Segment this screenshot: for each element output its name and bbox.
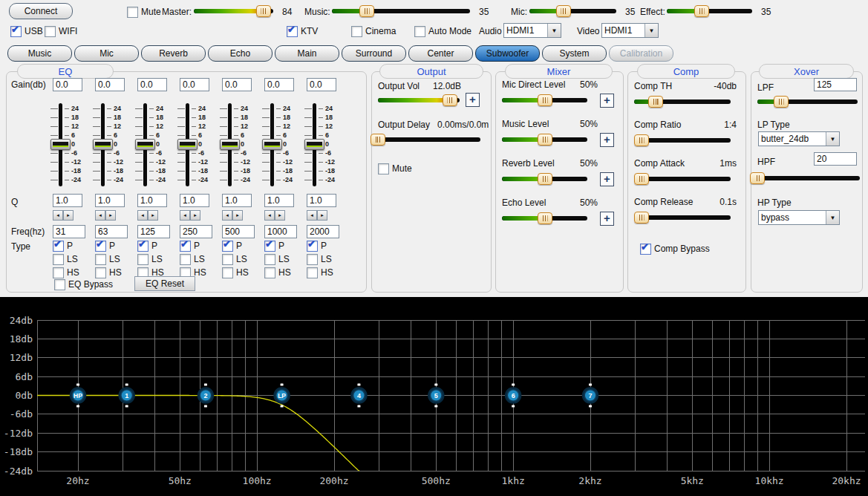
eq-q-input-7[interactable]	[307, 194, 336, 207]
tab-center[interactable]: Center	[408, 45, 473, 62]
spinner-right-button[interactable]: ▸	[275, 210, 285, 221]
hpf-slider[interactable]	[754, 176, 860, 180]
slider-handle[interactable]	[443, 94, 457, 106]
eq-q-input-1[interactable]	[53, 194, 82, 207]
slider-handle[interactable]	[774, 96, 789, 108]
hp-type-select[interactable]: bypass ▼	[758, 210, 840, 225]
eq-type-ls-checkbox-4[interactable]: ✔LS	[180, 254, 205, 264]
chevron-down-icon[interactable]: ▼	[645, 24, 658, 37]
eq-q-input-4[interactable]	[180, 194, 209, 207]
comp-slider-3[interactable]	[634, 177, 731, 181]
eq-type-ls-checkbox-5[interactable]: ✔LS	[222, 254, 247, 264]
mixer-plus-button-3[interactable]: +	[600, 172, 614, 186]
chevron-down-icon[interactable]: ▼	[826, 132, 839, 146]
eq-type-hs-checkbox-1[interactable]: ✔HS	[53, 267, 79, 278]
mixer-slider-2[interactable]	[502, 137, 587, 142]
slider-handle[interactable]	[135, 139, 155, 150]
slider-handle[interactable]	[648, 96, 663, 108]
eq-type-p-checkbox-6[interactable]: ✔P	[264, 241, 284, 251]
checkbox[interactable]: ✔	[53, 267, 64, 278]
checkbox[interactable]: ✔	[307, 267, 318, 278]
mixer-plus-button-1[interactable]: +	[600, 94, 614, 108]
tab-main[interactable]: Main	[275, 45, 339, 62]
audio-select[interactable]: HDMI1 ▼	[503, 23, 561, 38]
slider-handle[interactable]	[359, 5, 374, 17]
output-vol-plus-button[interactable]: +	[466, 93, 480, 107]
slider-handle[interactable]	[538, 94, 552, 106]
tab-system[interactable]: System	[542, 45, 607, 62]
usb-checkbox[interactable]: ✔ USB	[10, 26, 43, 36]
eq-type-ls-checkbox-3[interactable]: ✔LS	[137, 254, 163, 264]
eq-gain-input-5[interactable]	[222, 78, 252, 91]
slider-handle[interactable]	[262, 139, 282, 150]
checkbox[interactable]: ✔	[307, 241, 318, 252]
auto-mode-checkbox[interactable]: ✔ Auto Mode	[414, 26, 471, 36]
slider-handle[interactable]	[538, 212, 552, 224]
eq-gain-input-1[interactable]	[53, 78, 82, 91]
mic-slider[interactable]	[529, 9, 616, 13]
eq-type-p-checkbox-4[interactable]: ✔P	[180, 241, 200, 251]
checkbox[interactable]: ✔	[222, 241, 233, 252]
eq-band-slider-3[interactable]: 24181260-6-12-18-24	[131, 102, 173, 189]
spinner-left-button[interactable]: ◂	[307, 210, 317, 221]
eq-type-p-checkbox-3[interactable]: ✔P	[137, 241, 157, 251]
eq-band-slider-6[interactable]: 24181260-6-12-18-24	[258, 102, 300, 189]
checkbox[interactable]: ✔	[264, 267, 275, 278]
eq-type-p-checkbox-2[interactable]: ✔P	[95, 241, 115, 251]
eq-type-p-checkbox-1[interactable]: ✔P	[53, 241, 73, 251]
slider-handle[interactable]	[50, 139, 71, 150]
checkbox[interactable]: ✔	[180, 241, 191, 252]
checkbox[interactable]: ✔	[95, 241, 106, 252]
eq-type-p-checkbox-7[interactable]: ✔P	[307, 241, 327, 251]
spinner-left-button[interactable]: ◂	[222, 210, 232, 221]
checkbox[interactable]: ✔	[95, 254, 106, 265]
eq-freq-input-1[interactable]	[53, 225, 85, 238]
checkbox[interactable]: ✔	[53, 254, 64, 265]
spinner-left-button[interactable]: ◂	[95, 210, 105, 221]
mixer-plus-button-4[interactable]: +	[600, 212, 614, 226]
eq-gain-input-2[interactable]	[95, 78, 125, 91]
spinner-right-button[interactable]: ▸	[63, 210, 74, 221]
eq-band-slider-2[interactable]: 24181260-6-12-18-24	[89, 102, 131, 189]
eq-freq-input-5[interactable]	[222, 225, 255, 238]
slider-handle[interactable]	[93, 139, 113, 150]
lpf-slider[interactable]	[757, 99, 858, 104]
spinner-left-button[interactable]: ◂	[137, 210, 148, 221]
output-delay-slider[interactable]	[375, 137, 480, 142]
comp-slider-2[interactable]	[634, 138, 731, 143]
checkbox[interactable]: ✔	[307, 254, 318, 265]
eq-freq-input-7[interactable]	[307, 225, 339, 238]
chevron-down-icon[interactable]: ▼	[547, 24, 561, 37]
tab-music[interactable]: Music	[7, 45, 72, 62]
eq-freq-input-4[interactable]	[180, 225, 212, 238]
eq-type-ls-checkbox-2[interactable]: ✔LS	[95, 254, 120, 264]
eq-q-input-6[interactable]	[264, 194, 294, 207]
slider-handle[interactable]	[256, 5, 271, 17]
lpf-input[interactable]	[814, 78, 857, 91]
comp-slider-1[interactable]	[634, 99, 731, 104]
mixer-slider-1[interactable]	[502, 98, 587, 102]
eq-q-input-3[interactable]	[137, 194, 167, 207]
slider-handle[interactable]	[634, 212, 649, 223]
checkbox[interactable]: ✔	[264, 241, 275, 252]
mixer-slider-3[interactable]	[502, 177, 587, 181]
eq-type-ls-checkbox-7[interactable]: ✔LS	[307, 254, 332, 264]
slider-handle[interactable]	[750, 172, 765, 184]
slider-handle[interactable]	[556, 5, 571, 17]
ktv-checkbox[interactable]: ✔ KTV	[287, 26, 318, 36]
tab-surround[interactable]: Surround	[342, 45, 406, 62]
comp-slider-4[interactable]	[634, 215, 731, 220]
checkbox[interactable]: ✔	[137, 254, 149, 265]
tab-echo[interactable]: Echo	[208, 45, 273, 62]
effect-slider[interactable]	[667, 9, 752, 13]
eq-type-hs-checkbox-5[interactable]: ✔HS	[222, 267, 249, 278]
slider-handle[interactable]	[694, 5, 709, 17]
checkbox[interactable]: ✔	[53, 241, 64, 252]
spinner-right-button[interactable]: ▸	[105, 210, 116, 221]
eq-type-p-checkbox-5[interactable]: ✔P	[222, 241, 242, 251]
eq-type-hs-checkbox-2[interactable]: ✔HS	[95, 267, 122, 278]
spinner-left-button[interactable]: ◂	[264, 210, 275, 221]
slider-handle[interactable]	[220, 139, 240, 150]
eq-gain-input-4[interactable]	[180, 78, 209, 91]
spinner-right-button[interactable]: ▸	[232, 210, 243, 221]
